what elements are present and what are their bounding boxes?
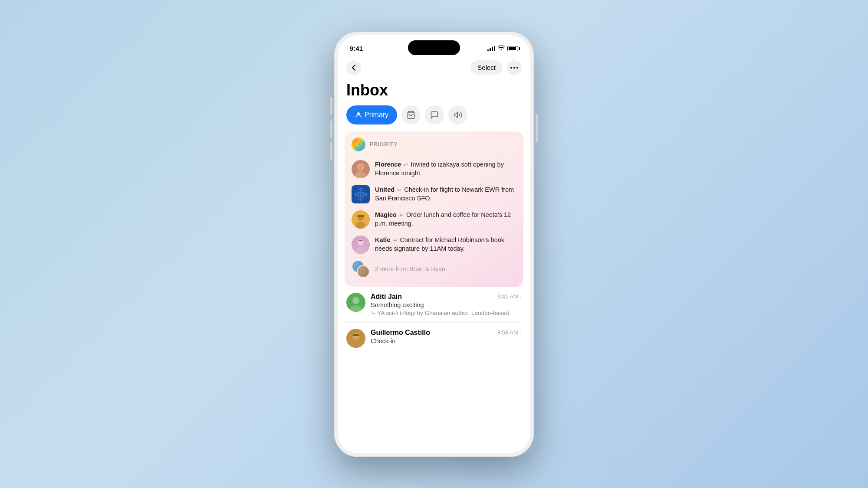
more-button[interactable] — [507, 60, 522, 75]
wifi-icon — [498, 45, 505, 52]
tab-social[interactable] — [425, 105, 444, 124]
page-title: Inbox — [338, 79, 530, 105]
category-tabs: Primary — [338, 105, 530, 131]
tab-primary[interactable]: Primary — [346, 105, 397, 124]
priority-header: PRIORITY — [352, 138, 516, 151]
svg-point-28 — [353, 299, 355, 301]
tab-promotions[interactable] — [448, 105, 467, 124]
priority-section: PRIORITY Florence ↩ Invited to izakaya s… — [345, 131, 523, 287]
svg-marker-5 — [454, 112, 458, 118]
phone-screen: 9:41 — [338, 35, 530, 453]
priority-text-magico: Magico ↩ Order lunch and coffee for Neet… — [375, 210, 516, 228]
avatar-florence — [352, 160, 370, 178]
svg-point-1 — [513, 67, 515, 69]
avatar-united — [352, 185, 370, 203]
email-preview-aditi: ⤷ YA sci-fi trilogy by Ghanaian author, … — [371, 309, 522, 316]
email-subject-guillermo: Check-in — [371, 337, 522, 344]
svg-point-20 — [356, 222, 365, 229]
tab-primary-label: Primary — [365, 111, 388, 119]
email-subject-aditi: Something exciting — [371, 301, 522, 308]
avatar-guillermo — [346, 329, 365, 348]
email-sender-guillermo: Guillermo Castillo — [371, 329, 430, 337]
nav-right-actions: Select — [470, 60, 522, 75]
status-time: 9:41 — [350, 45, 363, 52]
email-sender-aditi: Aditi Jain — [371, 293, 402, 301]
dynamic-island — [408, 40, 460, 55]
battery-icon — [507, 46, 518, 51]
tab-shopping[interactable] — [401, 105, 421, 124]
priority-more-row[interactable]: 2 more from Brian & Ryan — [352, 257, 516, 281]
svg-rect-33 — [352, 334, 359, 336]
svg-point-31 — [352, 333, 359, 340]
svg-point-8 — [357, 143, 360, 146]
email-item-aditi[interactable]: Aditi Jain 9:41 AM › Something exciting … — [345, 287, 523, 323]
avatar-magico — [352, 210, 370, 229]
email-time-aditi: 9:41 AM — [497, 293, 518, 300]
chevron-right-icon-guillermo: › — [520, 329, 522, 336]
priority-icon — [352, 138, 365, 151]
phone-frame: 9:41 — [334, 32, 534, 457]
svg-rect-21 — [357, 215, 364, 217]
priority-label: PRIORITY — [370, 141, 398, 147]
email-list: Aditi Jain 9:41 AM › Something exciting … — [338, 287, 530, 354]
svg-point-12 — [358, 164, 363, 170]
priority-text-florence: Florence ↩ Invited to izakaya soft openi… — [375, 160, 516, 178]
status-icons — [487, 45, 518, 52]
email-content-aditi: Aditi Jain 9:41 AM › Something exciting … — [371, 293, 522, 316]
select-button[interactable]: Select — [470, 60, 503, 75]
email-time-guillermo: 8:58 AM — [497, 329, 518, 336]
priority-item-magico[interactable]: Magico ↩ Order lunch and coffee for Neet… — [352, 207, 516, 232]
svg-point-2 — [516, 67, 518, 69]
email-item-guillermo[interactable]: Guillermo Castillo 8:58 AM › Check-in — [345, 323, 523, 354]
svg-point-26 — [352, 297, 359, 304]
signal-bars-icon — [487, 46, 495, 51]
svg-point-29 — [355, 298, 357, 299]
svg-point-0 — [510, 67, 512, 69]
priority-text-united: United ↩ Check-in for flight to Newark E… — [375, 185, 516, 203]
avatar-aditi — [346, 293, 365, 312]
email-content-guillermo: Guillermo Castillo 8:58 AM › Check-in — [371, 329, 522, 345]
priority-more-label: 2 more from Brian & Ryan — [375, 265, 445, 272]
avatar-katie — [352, 236, 370, 254]
more-avatars — [352, 260, 370, 278]
back-button[interactable] — [346, 60, 361, 75]
priority-text-katie: Katie ↩ Contract for Michael Robinson's … — [375, 236, 516, 253]
nav-bar: Select — [338, 59, 530, 79]
chevron-right-icon-aditi: › — [520, 293, 522, 300]
priority-item-united[interactable]: United ↩ Check-in for flight to Newark E… — [352, 182, 516, 207]
priority-item-florence[interactable]: Florence ↩ Invited to izakaya soft openi… — [352, 157, 516, 182]
svg-point-3 — [357, 112, 360, 115]
priority-item-katie[interactable]: Katie ↩ Contract for Michael Robinson's … — [352, 232, 516, 257]
